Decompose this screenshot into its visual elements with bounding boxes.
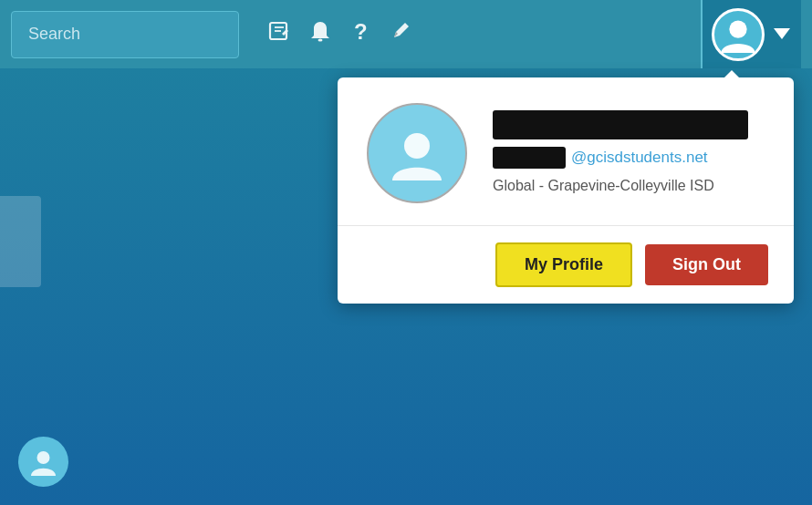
profile-avatar-nav[interactable] [712, 8, 765, 61]
sign-out-button[interactable]: Sign Out [645, 244, 768, 285]
svg-point-4 [318, 38, 323, 41]
search-input[interactable]: Search [11, 11, 239, 58]
main-content: @gcisdstudents.net Global - Grapevine-Co… [0, 68, 812, 505]
bell-icon[interactable] [308, 19, 332, 50]
email-domain: @gcisdstudents.net [571, 149, 708, 167]
nav-icons: ? [266, 19, 701, 50]
profile-button-area[interactable] [701, 0, 801, 68]
popup-info: @gcisdstudents.net Global - Grapevine-Co… [493, 103, 748, 194]
left-sidebar-tab [0, 196, 41, 287]
popup-actions: My Profile Sign Out [338, 226, 794, 304]
bottom-avatar [18, 437, 68, 487]
svg-text:?: ? [354, 19, 368, 44]
svg-point-10 [404, 133, 430, 159]
svg-point-8 [729, 20, 746, 37]
popup-avatar [367, 103, 467, 203]
organization: Global - Grapevine-Colleyville ISD [493, 178, 748, 194]
navbar: Search ? [0, 0, 812, 68]
popup-body: @gcisdstudents.net Global - Grapevine-Co… [338, 77, 794, 226]
redacted-email-prefix [493, 147, 566, 169]
svg-point-11 [37, 451, 50, 464]
svg-marker-9 [774, 28, 790, 39]
edit-square-icon[interactable] [266, 19, 292, 50]
profile-dropdown: @gcisdstudents.net Global - Grapevine-Co… [338, 77, 794, 304]
pencil-icon[interactable] [389, 19, 412, 50]
redacted-name [493, 110, 748, 139]
email-line: @gcisdstudents.net [493, 147, 748, 169]
my-profile-button[interactable]: My Profile [495, 242, 632, 287]
question-icon[interactable]: ? [349, 19, 372, 50]
chevron-down-icon[interactable] [772, 23, 792, 46]
search-label: Search [28, 25, 80, 44]
